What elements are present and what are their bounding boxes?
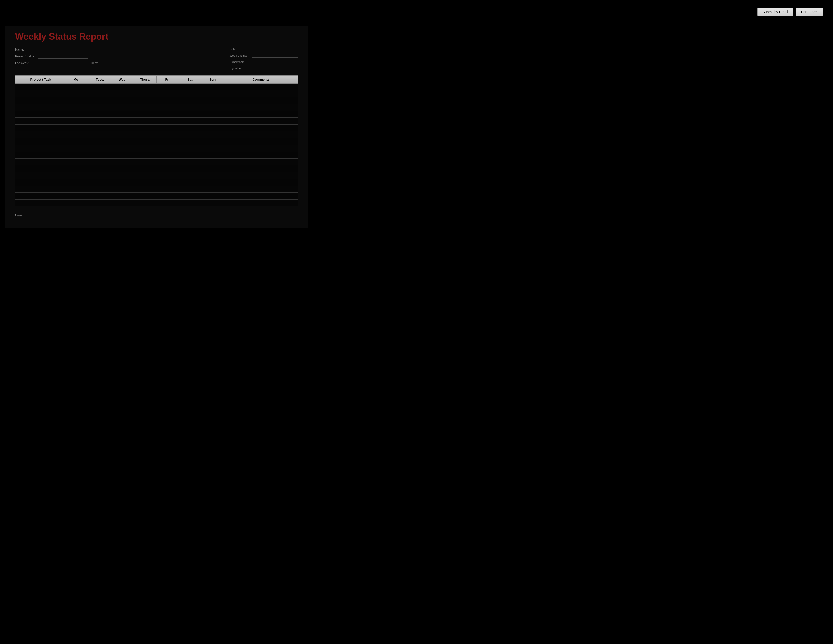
row-17-col-0-input[interactable] bbox=[16, 201, 65, 205]
row-2-col-6-input[interactable] bbox=[180, 99, 201, 103]
row-0-col-4-input[interactable] bbox=[135, 85, 156, 89]
row-14-col-2-input[interactable] bbox=[90, 180, 110, 185]
row-3-col-0-input[interactable] bbox=[16, 106, 65, 109]
row-13-col-2-input[interactable] bbox=[90, 174, 110, 178]
row-4-col-8-input[interactable] bbox=[225, 113, 297, 116]
row-5-col-0-input[interactable] bbox=[16, 119, 65, 123]
row-14-col-4-input[interactable] bbox=[135, 180, 156, 185]
row-0-col-8-input[interactable] bbox=[225, 85, 297, 89]
row-8-col-3-input[interactable] bbox=[113, 140, 133, 144]
row-6-col-8-input[interactable] bbox=[225, 126, 297, 130]
row-7-col-7-input[interactable] bbox=[203, 133, 224, 137]
submit-email-button[interactable]: Submit by Email bbox=[757, 8, 793, 16]
row-8-col-0-input[interactable] bbox=[16, 140, 65, 144]
row-14-col-7-input[interactable] bbox=[203, 180, 224, 185]
row-13-col-4-input[interactable] bbox=[135, 174, 156, 178]
row-1-col-2-input[interactable] bbox=[90, 92, 110, 96]
row-6-col-2-input[interactable] bbox=[90, 126, 110, 130]
project-status-input[interactable] bbox=[38, 54, 88, 59]
row-9-col-4-input[interactable] bbox=[135, 147, 156, 151]
row-2-col-5-input[interactable] bbox=[158, 99, 178, 103]
row-11-col-7-input[interactable] bbox=[203, 160, 224, 164]
row-10-col-2-input[interactable] bbox=[90, 153, 110, 157]
row-0-col-1-input[interactable] bbox=[67, 85, 88, 89]
row-11-col-1-input[interactable] bbox=[67, 160, 88, 164]
row-4-col-2-input[interactable] bbox=[90, 113, 110, 116]
row-10-col-8-input[interactable] bbox=[225, 153, 297, 157]
row-0-col-6-input[interactable] bbox=[180, 85, 201, 89]
row-16-col-8-input[interactable] bbox=[225, 194, 297, 198]
row-2-col-4-input[interactable] bbox=[135, 99, 156, 103]
row-1-col-4-input[interactable] bbox=[135, 92, 156, 96]
row-6-col-3-input[interactable] bbox=[113, 126, 133, 130]
row-1-col-5-input[interactable] bbox=[158, 92, 178, 96]
row-10-col-4-input[interactable] bbox=[135, 153, 156, 157]
row-17-col-3-input[interactable] bbox=[113, 201, 133, 205]
row-7-col-3-input[interactable] bbox=[113, 133, 133, 137]
row-15-col-7-input[interactable] bbox=[203, 187, 224, 192]
row-11-col-4-input[interactable] bbox=[135, 160, 156, 164]
row-0-col-2-input[interactable] bbox=[90, 85, 110, 89]
row-5-col-4-input[interactable] bbox=[135, 119, 156, 123]
row-14-col-6-input[interactable] bbox=[180, 180, 201, 185]
row-13-col-6-input[interactable] bbox=[180, 174, 201, 178]
row-15-col-6-input[interactable] bbox=[180, 187, 201, 192]
row-9-col-5-input[interactable] bbox=[158, 147, 178, 151]
row-9-col-6-input[interactable] bbox=[180, 147, 201, 151]
row-3-col-8-input[interactable] bbox=[225, 106, 297, 109]
row-3-col-3-input[interactable] bbox=[113, 106, 133, 109]
row-14-col-5-input[interactable] bbox=[158, 180, 178, 185]
supervisor-input[interactable] bbox=[252, 60, 298, 64]
row-11-col-5-input[interactable] bbox=[158, 160, 178, 164]
row-7-col-1-input[interactable] bbox=[67, 133, 88, 137]
row-12-col-8-input[interactable] bbox=[225, 167, 297, 171]
row-14-col-0-input[interactable] bbox=[16, 180, 65, 185]
row-9-col-1-input[interactable] bbox=[67, 147, 88, 151]
row-9-col-7-input[interactable] bbox=[203, 147, 224, 151]
row-5-col-7-input[interactable] bbox=[203, 119, 224, 123]
row-3-col-5-input[interactable] bbox=[158, 106, 178, 109]
row-13-col-5-input[interactable] bbox=[158, 174, 178, 178]
row-1-col-6-input[interactable] bbox=[180, 92, 201, 96]
row-0-col-3-input[interactable] bbox=[113, 85, 133, 89]
row-16-col-3-input[interactable] bbox=[113, 194, 133, 198]
row-11-col-8-input[interactable] bbox=[225, 160, 297, 164]
row-12-col-3-input[interactable] bbox=[113, 167, 133, 171]
row-5-col-2-input[interactable] bbox=[90, 119, 110, 123]
row-8-col-8-input[interactable] bbox=[225, 140, 297, 144]
row-13-col-8-input[interactable] bbox=[225, 174, 297, 178]
date-input[interactable] bbox=[252, 47, 298, 51]
row-10-col-0-input[interactable] bbox=[16, 153, 65, 157]
row-6-col-7-input[interactable] bbox=[203, 126, 224, 130]
row-0-col-7-input[interactable] bbox=[203, 85, 224, 89]
row-9-col-3-input[interactable] bbox=[113, 147, 133, 151]
row-7-col-4-input[interactable] bbox=[135, 133, 156, 137]
row-16-col-0-input[interactable] bbox=[16, 194, 65, 198]
row-2-col-8-input[interactable] bbox=[225, 99, 297, 103]
row-10-col-3-input[interactable] bbox=[113, 153, 133, 157]
row-15-col-1-input[interactable] bbox=[67, 187, 88, 192]
row-12-col-2-input[interactable] bbox=[90, 167, 110, 171]
row-2-col-1-input[interactable] bbox=[67, 99, 88, 103]
row-5-col-1-input[interactable] bbox=[67, 119, 88, 123]
row-5-col-5-input[interactable] bbox=[158, 119, 178, 123]
row-5-col-6-input[interactable] bbox=[180, 119, 201, 123]
row-1-col-0-input[interactable] bbox=[16, 92, 65, 96]
row-14-col-8-input[interactable] bbox=[225, 180, 297, 185]
row-3-col-7-input[interactable] bbox=[203, 106, 224, 109]
row-1-col-7-input[interactable] bbox=[203, 92, 224, 96]
row-11-col-2-input[interactable] bbox=[90, 160, 110, 164]
row-17-col-8-input[interactable] bbox=[225, 201, 297, 205]
row-1-col-8-input[interactable] bbox=[225, 92, 297, 96]
row-13-col-7-input[interactable] bbox=[203, 174, 224, 178]
row-17-col-4-input[interactable] bbox=[135, 201, 156, 205]
print-form-button[interactable]: Print Form bbox=[796, 8, 823, 16]
row-2-col-7-input[interactable] bbox=[203, 99, 224, 103]
row-4-col-1-input[interactable] bbox=[67, 113, 88, 116]
signature-input[interactable] bbox=[252, 66, 298, 70]
row-13-col-1-input[interactable] bbox=[67, 174, 88, 178]
row-12-col-4-input[interactable] bbox=[135, 167, 156, 171]
row-13-col-3-input[interactable] bbox=[113, 174, 133, 178]
row-15-col-5-input[interactable] bbox=[158, 187, 178, 192]
row-6-col-4-input[interactable] bbox=[135, 126, 156, 130]
